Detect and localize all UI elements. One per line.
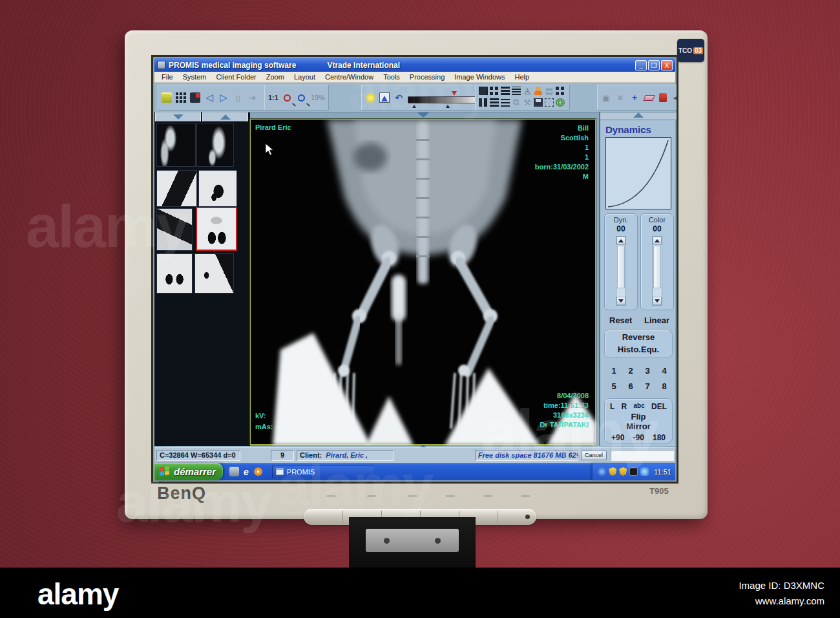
- layout-1x1-icon[interactable]: [479, 87, 488, 95]
- previous-image-icon[interactable]: ◁: [204, 92, 215, 103]
- layout-rows-icon[interactable]: [501, 98, 510, 107]
- eraser-icon[interactable]: [643, 95, 655, 101]
- reset-button[interactable]: Reset: [609, 315, 632, 325]
- preset-1[interactable]: 1: [605, 366, 622, 376]
- menu-centre-window[interactable]: Centre/Window: [320, 72, 378, 81]
- menu-zoom[interactable]: Zoom: [262, 72, 289, 81]
- preset-2[interactable]: 2: [622, 366, 639, 376]
- linear-button[interactable]: Linear: [644, 315, 669, 325]
- thumbnail-7[interactable]: [156, 253, 193, 293]
- marker-right-button[interactable]: R: [622, 402, 627, 411]
- menu-file[interactable]: File: [157, 72, 178, 81]
- thumbnail-5[interactable]: [156, 208, 193, 251]
- layout-3x2-icon[interactable]: [490, 98, 499, 107]
- film-cassette-icon[interactable]: [190, 92, 200, 103]
- restore-button[interactable]: ❐: [648, 60, 660, 70]
- slider-marker[interactable]: [452, 91, 457, 96]
- minimize-button[interactable]: _: [635, 60, 647, 70]
- preset-3[interactable]: 3: [639, 366, 656, 376]
- menu-client-folder[interactable]: Client Folder: [211, 72, 260, 81]
- one-to-one-icon[interactable]: 1:1: [268, 94, 278, 101]
- thumbnail-2[interactable]: [196, 123, 234, 167]
- thumbnail-1[interactable]: [156, 123, 196, 167]
- menu-processing[interactable]: Processing: [405, 72, 449, 81]
- open-folder-icon[interactable]: [162, 92, 172, 103]
- zoom-out-icon[interactable]: [284, 94, 291, 101]
- layout-1x2-icon[interactable]: [479, 98, 488, 107]
- pause-icon[interactable]: ▯: [233, 92, 243, 103]
- layout-2x2-icon[interactable]: [490, 87, 499, 95]
- delete-icon[interactable]: [659, 93, 667, 102]
- media-player-icon[interactable]: [253, 467, 263, 476]
- dynamics-curve[interactable]: [605, 137, 671, 209]
- mirror-button[interactable]: Mirror: [605, 421, 672, 431]
- export-image-icon[interactable]: ⇥: [247, 92, 257, 103]
- paintbrush-icon[interactable]: ⚒: [523, 98, 532, 107]
- preset-5[interactable]: 5: [605, 381, 622, 391]
- menu-system[interactable]: System: [178, 72, 211, 81]
- tray-update-icon[interactable]: [619, 467, 627, 476]
- annotate-icon[interactable]: +: [629, 92, 640, 103]
- thumbnail-4[interactable]: [198, 170, 237, 207]
- start-button[interactable]: démarrer: [154, 463, 223, 480]
- thumbnail-6-selected[interactable]: [196, 207, 237, 251]
- scroll-down-icon[interactable]: [616, 297, 625, 305]
- menu-image-windows[interactable]: Image Windows: [450, 72, 509, 81]
- zoom-in-icon[interactable]: [298, 94, 305, 101]
- tray-network-icon[interactable]: [598, 467, 606, 476]
- color-scrollbar[interactable]: [652, 236, 662, 306]
- reverse-button[interactable]: Reverse: [605, 330, 672, 343]
- image-top-strip[interactable]: [250, 112, 596, 119]
- thumbnail-panel-collapse[interactable]: [155, 112, 201, 122]
- audio-icon[interactable]: ◀): [672, 92, 677, 103]
- next-image-icon[interactable]: ▷: [218, 92, 229, 103]
- marker-abc-button[interactable]: abc: [634, 402, 645, 411]
- show-desktop-icon[interactable]: [229, 467, 239, 476]
- menu-help[interactable]: Help: [510, 72, 534, 81]
- cancel-button[interactable]: Cancel: [581, 451, 607, 460]
- archive-icon[interactable]: ▤: [545, 87, 554, 95]
- histo-equ-button[interactable]: Histo.Equ.: [605, 343, 672, 355]
- brightness-icon[interactable]: [366, 94, 375, 102]
- marker-del-button[interactable]: DEL: [651, 402, 667, 411]
- scroll-up-icon[interactable]: [616, 237, 625, 245]
- thumbnail-8[interactable]: [194, 253, 234, 293]
- thumbnail-3[interactable]: [156, 170, 197, 207]
- scale-icon[interactable]: ◬: [523, 87, 532, 95]
- tray-messenger-icon[interactable]: [640, 467, 649, 476]
- xray-viewport[interactable]: Pirard Eric Bill Scottish 1 1 born:31/03…: [250, 119, 596, 445]
- taskbar-task-promis[interactable]: PROMIS: [272, 465, 374, 478]
- color-scroll-thumb[interactable]: [653, 246, 661, 288]
- preset-6[interactable]: 6: [622, 381, 639, 391]
- preset-8[interactable]: 8: [656, 381, 673, 391]
- cd-burn-icon[interactable]: [556, 98, 565, 107]
- layout-mixed-icon[interactable]: ⧉: [512, 98, 521, 107]
- undo-icon[interactable]: ↶: [394, 92, 404, 103]
- dynamics-panel-collapse[interactable]: [600, 112, 677, 120]
- layout-corners-icon[interactable]: [556, 87, 565, 95]
- layout-3x3-icon[interactable]: [501, 87, 510, 95]
- flip-button[interactable]: Flip: [605, 411, 672, 421]
- tray-display-icon[interactable]: [629, 467, 638, 476]
- histogram-icon[interactable]: [379, 92, 390, 103]
- thumbnail-panel-expand[interactable]: [202, 112, 248, 122]
- rotate-minus90-button[interactable]: -90: [633, 433, 644, 442]
- tray-security-icon[interactable]: [609, 467, 616, 476]
- preset-7[interactable]: 7: [639, 381, 656, 391]
- scroll-down-icon[interactable]: [653, 297, 662, 305]
- preset-4[interactable]: 4: [656, 366, 673, 376]
- menu-layout[interactable]: Layout: [289, 72, 320, 81]
- marker-left-button[interactable]: L: [610, 402, 614, 411]
- close-button[interactable]: X: [661, 60, 673, 70]
- save-icon[interactable]: [534, 98, 543, 107]
- user-icon[interactable]: [534, 87, 543, 95]
- measure-icon[interactable]: ✕: [615, 92, 625, 103]
- internet-explorer-icon[interactable]: e: [244, 467, 249, 476]
- dyn-scrollbar[interactable]: [616, 236, 626, 306]
- rotate-180-button[interactable]: 180: [653, 433, 666, 442]
- capture-icon[interactable]: ▣: [601, 92, 611, 103]
- scroll-up-icon[interactable]: [653, 237, 662, 245]
- dyn-scroll-thumb[interactable]: [617, 246, 625, 288]
- layout-4x4-icon[interactable]: [512, 87, 521, 95]
- rotate-plus90-button[interactable]: +90: [611, 433, 624, 442]
